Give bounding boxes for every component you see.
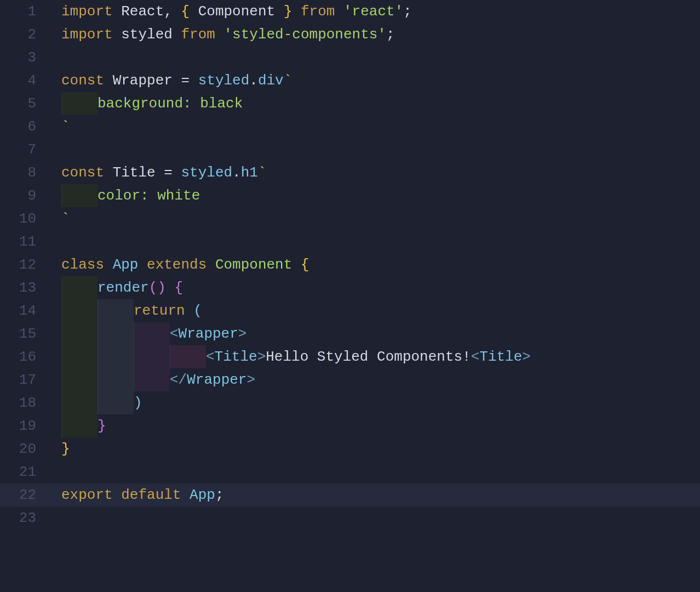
indent-guide xyxy=(61,299,97,322)
code-content: ` xyxy=(48,115,70,138)
line-number: 9 xyxy=(0,184,48,207)
code-content: ) xyxy=(48,391,142,414)
code-line[interactable]: 16 <Title>Hello Styled Components!<Title… xyxy=(0,345,700,368)
code-content: <Wrapper> xyxy=(48,322,246,345)
code-line[interactable]: 7 xyxy=(0,138,700,161)
indent-guide xyxy=(61,414,97,437)
indent-guide xyxy=(97,322,134,345)
code-line[interactable]: 5 background: black xyxy=(0,92,700,115)
code-line[interactable]: 6 ` xyxy=(0,115,700,138)
indent-guide xyxy=(134,322,170,345)
code-content: import React, { Component } from 'react'… xyxy=(48,0,412,23)
line-number: 21 xyxy=(0,460,48,483)
code-line[interactable]: 21 xyxy=(0,460,700,483)
indent-guide xyxy=(97,345,134,368)
line-number: 16 xyxy=(0,345,48,368)
code-content: } xyxy=(48,414,106,437)
indent-guide xyxy=(134,368,170,391)
code-content: color: white xyxy=(48,184,200,207)
code-line[interactable]: 17 </Wrapper> xyxy=(0,368,700,391)
line-number: 13 xyxy=(0,276,48,299)
line-number: 3 xyxy=(0,46,48,69)
code-line[interactable]: 18 ) xyxy=(0,391,700,414)
line-number: 11 xyxy=(0,230,48,253)
line-number: 17 xyxy=(0,368,48,391)
code-line[interactable]: 9 color: white xyxy=(0,184,700,207)
code-content: render() { xyxy=(48,276,183,299)
line-number: 2 xyxy=(0,23,48,46)
code-line[interactable]: 1 import React, { Component } from 'reac… xyxy=(0,0,700,23)
line-number: 4 xyxy=(0,69,48,92)
indent-guide xyxy=(61,368,97,391)
code-line[interactable]: 19 } xyxy=(0,414,700,437)
code-content: } xyxy=(48,437,70,460)
indent-guide xyxy=(61,345,97,368)
code-line[interactable]: 3 xyxy=(0,46,700,69)
indent-guide xyxy=(97,391,134,414)
line-number: 23 xyxy=(0,506,48,530)
line-number: 15 xyxy=(0,322,48,345)
line-number: 5 xyxy=(0,92,48,115)
code-content: return ( xyxy=(48,299,202,322)
line-number: 12 xyxy=(0,253,48,276)
indent-guide xyxy=(97,299,134,322)
line-number: 6 xyxy=(0,115,48,138)
indent-guide xyxy=(61,276,97,299)
line-number: 1 xyxy=(0,0,48,23)
code-content: background: black xyxy=(48,92,243,115)
code-content: const Title = styled.h1` xyxy=(48,161,267,184)
code-line[interactable]: 8 const Title = styled.h1` xyxy=(0,161,700,184)
line-number: 7 xyxy=(0,138,48,161)
code-line[interactable]: 14 return ( xyxy=(0,299,700,322)
code-content: </Wrapper> xyxy=(48,368,255,391)
code-content: class App extends Component { xyxy=(48,253,309,276)
code-line[interactable]: 2 import styled from 'styled-components'… xyxy=(0,23,700,46)
code-content: ` xyxy=(48,207,70,230)
line-number: 18 xyxy=(0,391,48,414)
indent-guide xyxy=(170,345,206,368)
line-number: 10 xyxy=(0,207,48,230)
indent-guide xyxy=(61,184,97,207)
code-line[interactable]: 4 const Wrapper = styled.div` xyxy=(0,69,700,92)
line-number: 22 xyxy=(0,483,48,506)
code-line[interactable]: 10 ` xyxy=(0,207,700,230)
code-line[interactable]: 13 render() { xyxy=(0,276,700,299)
code-content: import styled from 'styled-components'; xyxy=(48,23,395,46)
indent-guide xyxy=(97,368,134,391)
indent-guide xyxy=(134,345,170,368)
code-content: const Wrapper = styled.div` xyxy=(48,69,292,92)
indent-guide xyxy=(61,391,97,414)
line-number: 20 xyxy=(0,437,48,460)
code-line[interactable]: 11 xyxy=(0,230,700,253)
line-number: 19 xyxy=(0,414,48,437)
code-line-highlighted[interactable]: 22 export default App; xyxy=(0,483,700,506)
line-number: 14 xyxy=(0,299,48,322)
indent-guide xyxy=(61,92,97,115)
indent-guide xyxy=(61,322,97,345)
code-line[interactable]: 15 <Wrapper> xyxy=(0,322,700,345)
code-editor[interactable]: 1 import React, { Component } from 'reac… xyxy=(0,0,700,592)
code-content: <Title>Hello Styled Components!<Title> xyxy=(48,345,531,368)
code-line[interactable]: 20 } xyxy=(0,437,700,460)
code-content: export default App; xyxy=(48,483,223,506)
code-line[interactable]: 12 class App extends Component { xyxy=(0,253,700,276)
line-number: 8 xyxy=(0,161,48,184)
code-line[interactable]: 23 xyxy=(0,506,700,530)
